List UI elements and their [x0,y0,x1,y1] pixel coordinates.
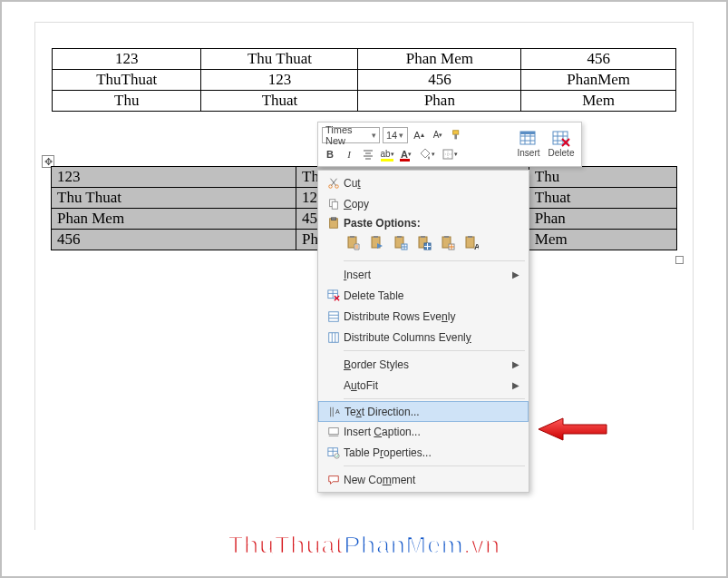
paste-text-only-icon[interactable]: A [461,233,481,253]
svg-rect-33 [374,236,378,238]
cell[interactable]: Thu Thuat [201,49,358,70]
menu-label: Delete Table [344,289,519,302]
table-1[interactable]: 123 Thu Thuat Phan Mem 456 ThuThuat 123 … [52,48,676,112]
menu-label: AutoFit [344,379,378,392]
submenu-arrow-icon: ▶ [512,359,519,369]
paste-nest-icon[interactable] [438,233,458,253]
clipboard-icon [324,217,344,230]
align-center-icon[interactable] [360,146,376,162]
table-resize-handle-icon[interactable] [675,256,684,264]
wm-part1: ThuThuat [228,531,344,559]
bold-icon[interactable]: B [322,146,338,162]
cell[interactable]: Thu Thuat [52,188,296,209]
cell[interactable]: 456 [52,230,296,250]
menu-label: Distribute Columns Evenly [344,331,471,344]
menu-insert-caption[interactable]: Insert Caption... [318,421,529,442]
highlight-icon[interactable]: ab▾ [379,146,395,162]
table-row: Thu Thuat Phan Mem [53,91,676,112]
cell[interactable]: PhanMem [521,70,676,91]
svg-rect-27 [332,201,337,209]
cell[interactable]: Mem [521,91,676,112]
menu-label: Table Properties... [344,446,432,459]
svg-rect-0 [453,130,459,133]
delete-table-button[interactable]: Delete [545,125,578,163]
svg-rect-35 [397,236,402,238]
svg-rect-31 [350,236,354,238]
wm-part3: .vn [463,531,500,559]
table-properties-icon [324,446,344,459]
cell[interactable]: Phan Mem [358,49,521,70]
svg-rect-1 [454,134,457,139]
svg-line-24 [331,178,336,185]
chevron-down-icon: ▾ [372,131,376,140]
font-size-value: 14 [386,130,397,141]
table-row: ThuThuat 123 456 PhanMem [53,70,676,91]
menu-text-direction[interactable]: A Text Direction... [318,401,529,422]
cell[interactable]: Phan [358,91,521,112]
svg-line-25 [331,178,336,185]
menu-table-properties[interactable]: Table Properties... [318,442,529,463]
svg-rect-60 [329,332,339,342]
mini-toolbar: Times New ▾ 14 ▾ A▴ A▾ B I ab▾ A▾ ▾ ▾ [317,122,582,167]
svg-rect-50 [468,236,472,238]
menu-label: New Comment [344,474,415,486]
cell[interactable]: 123 [53,49,201,70]
cell[interactable]: 123 [201,70,358,91]
cell[interactable]: Mem [529,230,676,250]
font-name-value: Times New [325,124,370,146]
annotation-arrow-icon [536,416,608,446]
menu-distribute-rows[interactable]: Distribute Rows Evenly [318,306,529,327]
submenu-arrow-icon: ▶ [512,269,519,279]
format-painter-icon[interactable] [449,127,465,143]
shading-icon[interactable]: ▾ [417,146,437,162]
distribute-rows-icon [324,310,344,323]
insert-label: Insert [517,148,539,158]
cell[interactable]: 456 [521,49,676,70]
menu-cut[interactable]: Cut [318,172,529,193]
menu-new-comment[interactable]: New Comment [318,469,529,490]
cell[interactable]: Thu [529,167,676,188]
svg-rect-45 [444,236,449,238]
paste-overwrite-icon[interactable] [414,233,434,253]
context-menu: Cut Copy Paste Options: A Insert ▶ [317,170,529,493]
chevron-down-icon: ▾ [399,131,403,140]
cell[interactable]: Phan Mem [52,209,296,230]
table-row: 123 Thu Thuat Phan Mem 456 [53,49,676,70]
cell[interactable]: 123 [52,167,296,188]
insert-table-button[interactable]: Insert [512,125,545,163]
menu-border-styles[interactable]: Border Styles ▶ [318,354,529,375]
svg-rect-57 [329,311,339,321]
scissors-icon [324,177,344,190]
menu-delete-table[interactable]: Delete Table [318,285,529,306]
menu-label: Insert [344,269,371,281]
italic-icon[interactable]: I [341,146,357,162]
cell[interactable]: 456 [358,70,521,91]
submenu-arrow-icon: ▶ [512,380,519,390]
menu-label: Cut [344,177,361,190]
cell[interactable]: Thuat [529,188,676,209]
delete-table-icon [324,289,344,302]
watermark: ThuThuatPhanMem.vn [2,531,726,560]
shrink-font-icon[interactable]: A▾ [430,127,446,143]
menu-distribute-cols[interactable]: Distribute Columns Evenly [318,327,529,348]
cell[interactable]: Phan [529,209,676,230]
cell[interactable]: ThuThuat [53,70,201,91]
font-size-combo[interactable]: 14 ▾ [383,127,408,143]
cell[interactable]: Thu [53,91,201,112]
menu-copy[interactable]: Copy [318,193,529,214]
svg-rect-66 [329,427,339,434]
text-direction-icon: A [325,406,345,418]
menu-paste-options: Paste Options: A [318,214,529,258]
font-color-icon[interactable]: A▾ [398,146,414,162]
menu-insert[interactable]: Insert ▶ [318,264,529,285]
font-name-combo[interactable]: Times New ▾ [322,127,380,143]
paste-as-new-icon[interactable] [391,233,411,253]
paste-merge-icon[interactable] [367,233,387,253]
paste-keep-source-icon[interactable] [344,233,364,253]
delete-label: Delete [548,148,575,158]
menu-autofit[interactable]: AutoFit ▶ [318,375,529,396]
cell[interactable]: Thuat [201,91,358,112]
borders-icon[interactable]: ▾ [440,146,460,162]
grow-font-icon[interactable]: A▴ [411,127,427,143]
caption-icon [324,426,344,438]
